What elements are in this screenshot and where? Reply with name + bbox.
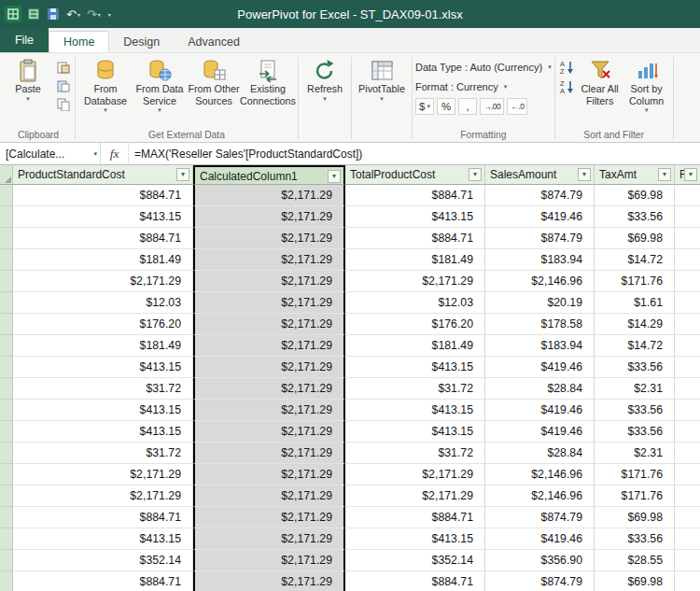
row-header[interactable]	[0, 185, 13, 206]
cell-Fre[interactable]	[675, 249, 700, 271]
tab-advanced[interactable]: Advanced	[174, 31, 254, 52]
cell-ProductStandardCost[interactable]: $884.71	[13, 571, 193, 591]
cell-Fre[interactable]	[675, 464, 700, 485]
cell-CalculatedColumn1[interactable]: $2,171.29	[193, 378, 345, 400]
row-header[interactable]	[0, 314, 13, 335]
cell-SalesAmount[interactable]: $2,146.96	[485, 464, 595, 485]
cell-TotalProductCost[interactable]: $181.49	[345, 249, 485, 271]
row-header[interactable]	[0, 357, 13, 378]
row-header[interactable]	[0, 206, 13, 228]
cell-Fre[interactable]	[675, 571, 700, 591]
decrease-decimal-button[interactable]: ← .0	[507, 98, 527, 115]
cell-TaxAmt[interactable]: $33.56	[595, 400, 675, 421]
cell-CalculatedColumn1[interactable]: $2,171.29	[193, 464, 345, 485]
cell-ProductStandardCost[interactable]: $181.49	[13, 249, 193, 271]
qat-customize-icon[interactable]: ▾	[107, 11, 111, 18]
cell-TotalProductCost[interactable]: $181.49	[345, 335, 485, 357]
cell-TaxAmt[interactable]: $1.61	[595, 292, 675, 314]
row-header[interactable]	[0, 528, 13, 550]
refresh-button[interactable]: Refresh ▾	[301, 56, 348, 103]
cell-TaxAmt[interactable]: $33.56	[595, 528, 675, 550]
data-type-dropdown[interactable]: Data Type : Auto (Currency) ▾	[415, 59, 552, 76]
cell-ProductStandardCost[interactable]: $12.03	[13, 292, 193, 314]
cell-Fre[interactable]	[675, 335, 700, 357]
cell-TotalProductCost[interactable]: $2,171.29	[345, 464, 485, 485]
cell-CalculatedColumn1[interactable]: $2,171.29	[193, 443, 345, 464]
sort-ascending-button[interactable]: AZ	[558, 59, 577, 76]
cell-SalesAmount[interactable]: $874.79	[485, 228, 595, 249]
cell-CalculatedColumn1[interactable]: $2,171.29	[193, 249, 345, 271]
cell-ProductStandardCost[interactable]: $176.20	[13, 314, 193, 335]
row-header[interactable]	[0, 249, 13, 271]
filter-dropdown-icon[interactable]: ▾	[684, 168, 697, 181]
column-header-CalculatedColumn1[interactable]: CalculatedColumn1▾	[193, 165, 345, 185]
cell-ProductStandardCost[interactable]: $2,171.29	[13, 485, 193, 507]
cell-CalculatedColumn1[interactable]: $2,171.29	[193, 357, 345, 378]
cell-SalesAmount[interactable]: $419.46	[485, 421, 595, 443]
row-header[interactable]	[0, 335, 13, 357]
cell-Fre[interactable]	[675, 314, 700, 335]
cell-CalculatedColumn1[interactable]: $2,171.29	[193, 421, 345, 443]
cell-SalesAmount[interactable]: $20.19	[485, 292, 595, 314]
cell-SalesAmount[interactable]: $28.84	[485, 378, 595, 400]
row-header[interactable]	[0, 292, 13, 314]
cell-SalesAmount[interactable]: $178.58	[485, 314, 595, 335]
cell-TotalProductCost[interactable]: $413.15	[345, 528, 485, 550]
cell-TotalProductCost[interactable]: $884.71	[345, 507, 485, 528]
tab-file[interactable]: File	[0, 28, 49, 52]
cell-SalesAmount[interactable]: $183.94	[485, 249, 595, 271]
cell-Fre[interactable]	[675, 357, 700, 378]
cell-ProductStandardCost[interactable]: $884.71	[13, 228, 193, 249]
cell-TaxAmt[interactable]: $69.98	[595, 507, 675, 528]
row-header[interactable]	[0, 271, 13, 292]
cell-ProductStandardCost[interactable]: $2,171.29	[13, 271, 193, 292]
column-header-ProductStandardCost[interactable]: ProductStandardCost▾	[13, 165, 193, 185]
increase-decimal-button[interactable]: → .00	[480, 98, 504, 115]
cell-TotalProductCost[interactable]: $413.15	[345, 421, 485, 443]
cell-CalculatedColumn1[interactable]: $2,171.29	[193, 206, 345, 228]
row-header[interactable]	[0, 228, 13, 249]
cell-ProductStandardCost[interactable]: $413.15	[13, 528, 193, 550]
cell-TaxAmt[interactable]: $14.72	[595, 249, 675, 271]
cell-TaxAmt[interactable]: $69.98	[595, 228, 675, 249]
cell-Fre[interactable]	[675, 206, 700, 228]
cell-CalculatedColumn1[interactable]: $2,171.29	[193, 485, 345, 507]
cell-CalculatedColumn1[interactable]: $2,171.29	[193, 571, 345, 591]
select-all-corner[interactable]	[0, 165, 13, 185]
redo-dropdown-icon[interactable]: ▾	[98, 11, 101, 18]
format-dropdown[interactable]: Format : Currency ▾	[415, 78, 552, 95]
cell-SalesAmount[interactable]: $183.94	[485, 335, 595, 357]
undo-dropdown-icon[interactable]: ▾	[77, 11, 80, 18]
insert-function-button[interactable]: fx	[101, 143, 129, 164]
cell-ProductStandardCost[interactable]: $884.71	[13, 185, 193, 206]
tab-home[interactable]: Home	[49, 31, 109, 52]
cell-TaxAmt[interactable]: $69.98	[595, 185, 675, 206]
cell-ProductStandardCost[interactable]: $413.15	[13, 400, 193, 421]
cell-SalesAmount[interactable]: $874.79	[485, 571, 595, 591]
filter-dropdown-icon[interactable]: ▾	[469, 168, 482, 181]
row-header[interactable]	[0, 443, 13, 464]
cell-SalesAmount[interactable]: $419.46	[485, 206, 595, 228]
cell-SalesAmount[interactable]: $874.79	[485, 185, 595, 206]
cell-TaxAmt[interactable]: $171.76	[595, 485, 675, 507]
cell-TotalProductCost[interactable]: $31.72	[345, 378, 485, 400]
column-header-TotalProductCost[interactable]: TotalProductCost▾	[345, 165, 485, 185]
percent-format-button[interactable]: %	[437, 98, 455, 115]
cell-ProductStandardCost[interactable]: $413.15	[13, 357, 193, 378]
row-header[interactable]	[0, 550, 13, 571]
cell-TotalProductCost[interactable]: $352.14	[345, 550, 485, 571]
row-header[interactable]	[0, 400, 13, 421]
cell-CalculatedColumn1[interactable]: $2,171.29	[193, 271, 345, 292]
cell-SalesAmount[interactable]: $2,146.96	[485, 485, 595, 507]
paste-replace-button[interactable]	[55, 77, 72, 93]
cell-TaxAmt[interactable]: $33.56	[595, 206, 675, 228]
cell-Fre[interactable]	[675, 485, 700, 507]
save-icon[interactable]	[47, 7, 60, 21]
cell-ProductStandardCost[interactable]: $2,171.29	[13, 464, 193, 485]
column-header-SalesAmount[interactable]: SalesAmount▾	[485, 165, 595, 185]
from-other-sources-button[interactable]: From Other Sources	[187, 56, 241, 106]
cell-TotalProductCost[interactable]: $413.15	[345, 400, 485, 421]
cell-TaxAmt[interactable]: $28.55	[595, 550, 675, 571]
cell-SalesAmount[interactable]: $419.46	[485, 528, 595, 550]
cell-TotalProductCost[interactable]: $884.71	[345, 571, 485, 591]
